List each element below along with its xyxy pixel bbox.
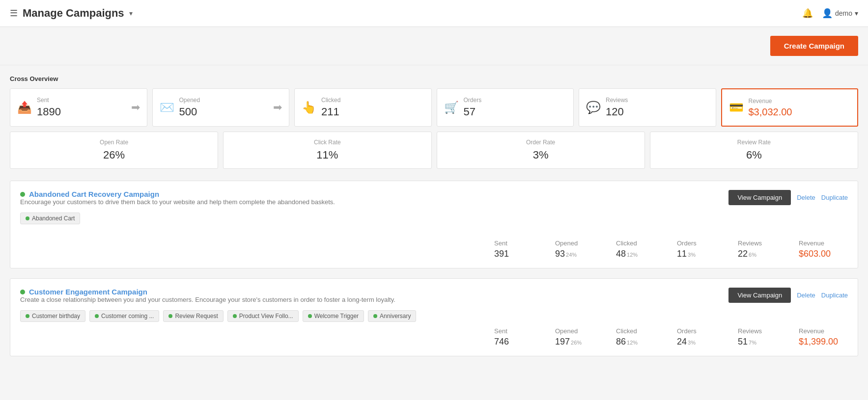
camp-stat-reviews-2: Reviews 517% xyxy=(738,327,787,347)
cross-overview-section: Cross Overview 📤 Sent 1890 ➡ ✉️ Opened 5… xyxy=(10,75,858,169)
camp-revenue-value-2: $1,399.00 xyxy=(799,337,848,347)
revenue-label: Revenue xyxy=(749,98,851,105)
header: ☰ Manage Campaigns ▾ 🔔 👤 demo ▾ xyxy=(0,0,868,27)
view-campaign-button-1[interactable]: View Campaign xyxy=(728,190,791,205)
campaign-desc-1: Encourage your customers to drive them b… xyxy=(20,198,335,206)
sent-value: 1890 xyxy=(37,106,126,118)
username-label: demo xyxy=(835,9,852,17)
camp-orders-label-2: Orders xyxy=(677,327,726,335)
campaign-tags-2: Customer birthday Customer coming ... Re… xyxy=(20,310,416,322)
camp-opened-value-2: 19726% xyxy=(555,337,604,347)
create-campaign-button[interactable]: Create Campaign xyxy=(770,36,858,56)
stat-info-opened: Opened 500 xyxy=(179,97,269,118)
tag-product-view: Product View Follo... xyxy=(227,310,299,322)
camp-stat-sent-1: Sent 391 xyxy=(494,240,543,259)
view-campaign-button-2[interactable]: View Campaign xyxy=(728,288,791,303)
campaign-status-dot-2 xyxy=(20,290,25,294)
sent-arrow-icon: ➡ xyxy=(131,101,140,114)
tag-dot-2-2 xyxy=(95,314,99,318)
user-menu[interactable]: 👤 demo ▾ xyxy=(822,8,858,19)
revenue-icon: 💳 xyxy=(729,101,744,114)
orders-label: Orders xyxy=(464,97,567,104)
rate-card-review: Review Rate 6% xyxy=(650,132,858,169)
revenue-value: $3,032.00 xyxy=(749,107,851,118)
camp-reviews-value-2: 517% xyxy=(738,337,787,347)
opened-label: Opened xyxy=(179,97,269,104)
toolbar: Create Campaign xyxy=(0,27,868,65)
camp-clicked-label-1: Clicked xyxy=(616,240,665,247)
tag-dot-2-4 xyxy=(233,314,237,318)
hamburger-icon[interactable]: ☰ xyxy=(10,8,18,19)
tag-welcome-trigger: Welcome Trigger xyxy=(303,310,364,322)
open-rate-label: Open Rate xyxy=(17,139,211,146)
stat-card-opened: ✉️ Opened 500 ➡ xyxy=(152,88,290,127)
rate-card-click: Click Rate 11% xyxy=(223,132,431,169)
stat-info-sent: Sent 1890 xyxy=(37,97,126,118)
stat-info-clicked: Clicked 211 xyxy=(321,97,424,118)
camp-stat-clicked-1: Clicked 4812% xyxy=(616,240,665,259)
stat-info-revenue: Revenue $3,032.00 xyxy=(749,98,851,118)
stat-info-reviews: Reviews 120 xyxy=(606,97,709,118)
camp-revenue-value-1: $603.00 xyxy=(799,249,848,259)
review-rate-label: Review Rate xyxy=(657,139,851,146)
click-rate-value: 11% xyxy=(230,149,424,161)
camp-sent-label-1: Sent xyxy=(494,240,543,247)
camp-clicked-value-2: 8612% xyxy=(616,337,665,347)
order-rate-value: 3% xyxy=(444,149,638,161)
delete-campaign-link-1[interactable]: Delete xyxy=(797,194,815,201)
stat-card-revenue: 💳 Revenue $3,032.00 xyxy=(721,88,859,127)
reviews-label: Reviews xyxy=(606,97,709,104)
tag-dot-1 xyxy=(26,216,29,220)
user-avatar-icon: 👤 xyxy=(822,8,833,19)
camp-reviews-label-2: Reviews xyxy=(738,327,787,335)
opened-value: 500 xyxy=(179,106,269,118)
notification-bell-icon[interactable]: 🔔 xyxy=(802,8,813,19)
tag-dot-2-3 xyxy=(168,314,172,318)
clicked-label: Clicked xyxy=(321,97,424,104)
reviews-value: 120 xyxy=(606,106,709,118)
tag-dot-2-5 xyxy=(308,314,312,318)
tag-anniversary: Anniversary xyxy=(368,310,416,322)
opened-arrow-icon: ➡ xyxy=(273,101,282,114)
tag-customer-birthday: Customer birthday xyxy=(20,310,85,322)
sent-icon: 📤 xyxy=(17,101,32,114)
campaign-title-area-1: Abandoned Cart Recovery Campaign Encoura… xyxy=(20,190,335,232)
camp-opened-label-1: Opened xyxy=(555,240,604,247)
tag-dot-2-1 xyxy=(26,314,29,318)
duplicate-campaign-link-1[interactable]: Duplicate xyxy=(821,194,848,201)
tag-dot-2-6 xyxy=(373,314,377,318)
campaign-section-abandoned-cart: Abandoned Cart Recovery Campaign Encoura… xyxy=(10,181,858,268)
stat-info-orders: Orders 57 xyxy=(464,97,567,118)
orders-value: 57 xyxy=(464,106,567,118)
campaign-desc-2: Create a close relationship between you … xyxy=(20,296,416,303)
camp-clicked-label-2: Clicked xyxy=(616,327,665,335)
camp-sent-value-1: 391 xyxy=(494,249,543,259)
tag-customer-coming: Customer coming ... xyxy=(89,310,159,322)
campaign-name-abandoned-cart[interactable]: Abandoned Cart Recovery Campaign xyxy=(20,190,335,198)
camp-stat-revenue-1: Revenue $603.00 xyxy=(799,240,848,259)
camp-clicked-value-1: 4812% xyxy=(616,249,665,259)
camp-stat-reviews-1: Reviews 226% xyxy=(738,240,787,259)
campaign-stats-row-1: Sent 391 Opened 9324% Clicked 4812% xyxy=(494,235,848,259)
review-rate-value: 6% xyxy=(657,149,851,161)
camp-stat-opened-1: Opened 9324% xyxy=(555,240,604,259)
camp-stat-sent-2: Sent 746 xyxy=(494,327,543,347)
camp-revenue-label-2: Revenue xyxy=(799,327,848,335)
header-left: ☰ Manage Campaigns ▾ xyxy=(10,7,133,20)
camp-orders-label-1: Orders xyxy=(677,240,726,247)
stat-card-reviews: 💬 Reviews 120 xyxy=(579,88,716,127)
camp-stat-orders-1: Orders 113% xyxy=(677,240,726,259)
user-dropdown-icon: ▾ xyxy=(855,9,858,17)
campaign-name-customer-engagement[interactable]: Customer Engagement Campaign xyxy=(20,288,416,296)
clicked-icon: 👆 xyxy=(302,101,316,114)
campaign-section-customer-engagement: Customer Engagement Campaign Create a cl… xyxy=(10,278,858,356)
main-content: Cross Overview 📤 Sent 1890 ➡ ✉️ Opened 5… xyxy=(0,65,868,376)
camp-orders-value-1: 113% xyxy=(677,249,726,259)
stat-card-clicked: 👆 Clicked 211 xyxy=(294,88,432,127)
camp-orders-value-2: 243% xyxy=(677,337,726,347)
campaign-stats-row-2: Sent 746 Opened 19726% Clicked 8612% xyxy=(494,322,848,347)
app-title: Manage Campaigns xyxy=(23,7,124,20)
title-dropdown-icon[interactable]: ▾ xyxy=(129,9,133,17)
delete-campaign-link-2[interactable]: Delete xyxy=(797,292,815,299)
duplicate-campaign-link-2[interactable]: Duplicate xyxy=(821,292,848,299)
